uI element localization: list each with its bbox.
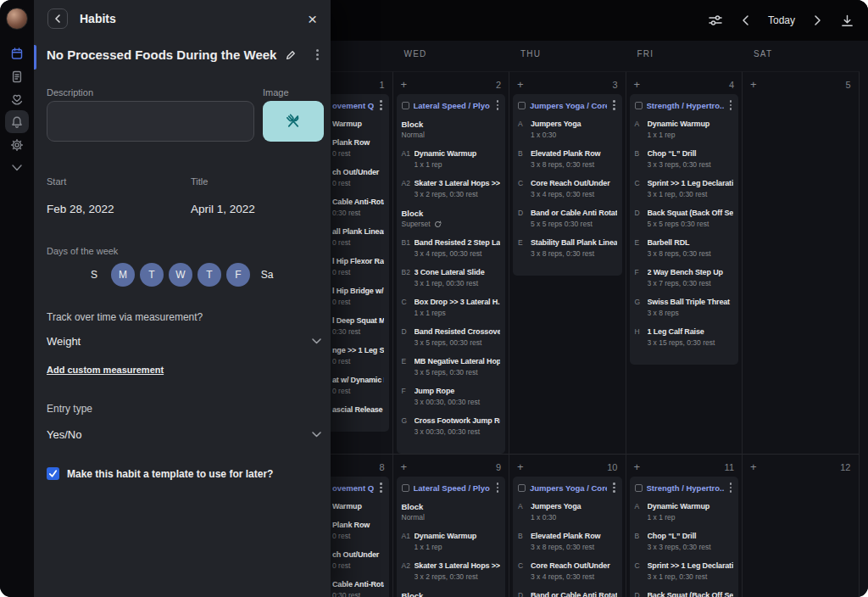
exercise-row[interactable]: EMB Negative Lateral Hop...3 x 5 reps, 0…: [402, 356, 501, 378]
workout-checkbox[interactable]: [635, 484, 643, 492]
prev-week-icon[interactable]: [742, 14, 749, 26]
day-toggle-4-t[interactable]: T: [198, 263, 221, 287]
workout-card[interactable]: Strength / Hypertro...ADynamic Warmup1 x…: [630, 94, 739, 365]
workout-title[interactable]: Lateral Speed / Plyo: [414, 483, 491, 493]
exercise-row[interactable]: ascial Release C...: [332, 405, 384, 416]
day-toggle-3-w[interactable]: W: [169, 263, 192, 287]
gear-icon[interactable]: [5, 133, 29, 156]
workout-card[interactable]: Lateral Speed / PlyoBlockNormalA1Dynamic…: [397, 477, 506, 597]
today-button[interactable]: Today: [768, 14, 795, 26]
workout-title[interactable]: Jumpers Yoga / Core: [530, 483, 607, 493]
card-menu-icon[interactable]: [611, 100, 617, 110]
description-input[interactable]: [47, 101, 254, 142]
add-workout-button[interactable]: +: [750, 461, 757, 472]
exercise-row[interactable]: DBand or Cable Anti Rotati...5 x 5 reps …: [518, 590, 617, 597]
entry-type-select[interactable]: Yes/No: [47, 426, 321, 443]
exercise-row[interactable]: DBand Resisted Crossover...3 x 5 reps, 0…: [402, 326, 501, 349]
workout-checkbox[interactable]: [518, 102, 526, 109]
exercise-row[interactable]: B23 Cone Lateral Slide3 x 1 rep, 00:30 r…: [402, 267, 501, 289]
exercise-row[interactable]: ch Out/Under0 rest: [332, 167, 384, 189]
exercise-row[interactable]: Plank Row0 rest: [332, 520, 384, 542]
edit-pencil-icon[interactable]: [285, 49, 297, 61]
exercise-row[interactable]: FJump Rope3 x 00:30, 00:30 rest: [402, 386, 501, 408]
day-toggle-1-m[interactable]: M: [111, 263, 135, 287]
avatar[interactable]: [6, 8, 28, 30]
card-menu-icon[interactable]: [495, 483, 501, 493]
exercise-row[interactable]: Cable Anti-Rotati...0:30 rest: [332, 579, 384, 597]
day-toggle-0-s[interactable]: S: [82, 263, 106, 287]
close-icon[interactable]: ×: [308, 11, 317, 27]
template-checkbox[interactable]: [47, 467, 59, 480]
template-checkbox-row[interactable]: Make this habit a template to use for la…: [47, 467, 273, 480]
workout-card[interactable]: Jumpers Yoga / CoreAJumpers Yoga1 x 0:30…: [513, 94, 622, 276]
exercise-row[interactable]: EStability Ball Plank Linear ...3 x 8 re…: [518, 237, 617, 259]
exercise-row[interactable]: all Plank Linear ...0 rest: [332, 226, 384, 248]
habit-image-box[interactable]: [263, 101, 324, 142]
exercise-row[interactable]: BElevated Plank Row3 x 8 reps, 0:30 rest: [518, 531, 617, 553]
exercise-row[interactable]: CCore Reach Out/Under3 x 4 reps, 0:30 re…: [518, 178, 617, 200]
exercise-row[interactable]: DBack Squat (Back Off Set)5 x 5 reps 0:3…: [635, 208, 734, 230]
workout-title[interactable]: Strength / Hypertro...: [647, 483, 724, 493]
measurement-select[interactable]: Weight: [47, 332, 321, 349]
date-cell-fri[interactable]: +4Strength / Hypertro...ADynamic Warmup1…: [626, 71, 743, 454]
exercise-row[interactable]: ch Out/Under0 rest: [332, 550, 384, 572]
exercise-row[interactable]: A1Dynamic Warmup1 x 1 rep: [402, 531, 501, 553]
exercise-row[interactable]: CCore Reach Out/Under3 x 4 reps, 0:30 re…: [518, 561, 617, 583]
download-icon[interactable]: [840, 14, 854, 28]
exercise-row[interactable]: Warmup: [332, 119, 384, 130]
workout-card[interactable]: Lateral Speed / PlyoBlockNormalA1Dynamic…: [397, 94, 506, 454]
card-menu-icon[interactable]: [611, 483, 617, 493]
exercise-row[interactable]: Plank Row0 rest: [332, 137, 384, 159]
day-toggle-2-t[interactable]: T: [140, 263, 164, 287]
card-menu-icon[interactable]: [378, 100, 384, 110]
exercise-row[interactable]: DBack Squat (Back Off Set)5 x 5 reps 0:3…: [635, 590, 734, 597]
exercise-row[interactable]: Cable Anti-Rotati...0:30 rest: [332, 197, 384, 219]
exercise-row[interactable]: AJumpers Yoga1 x 0:30: [518, 119, 617, 141]
workout-title[interactable]: Jumpers Yoga / Core: [530, 101, 607, 110]
heart-hands-icon[interactable]: [5, 87, 29, 110]
end-date-value[interactable]: April 1, 2022: [191, 203, 255, 215]
document-icon[interactable]: [5, 64, 29, 87]
add-workout-button[interactable]: +: [750, 79, 757, 90]
day-toggle-5-f[interactable]: F: [226, 263, 250, 287]
workout-checkbox[interactable]: [518, 484, 526, 492]
exercise-row[interactable]: B1Band Resisted 2 Step Late...3 x 4 reps…: [402, 237, 501, 259]
exercise-row[interactable]: F2 Way Bench Step Up3 x 7 reps, 0:30 res…: [635, 267, 734, 289]
calendar-icon[interactable]: [5, 42, 29, 64]
exercise-row[interactable]: DBand or Cable Anti Rotati...5 x 5 reps …: [518, 208, 617, 230]
exercise-row[interactable]: H1 Leg Calf Raise3 x 15 reps, 0:30 rest: [635, 326, 734, 349]
card-menu-icon[interactable]: [495, 100, 501, 110]
date-cell-sat[interactable]: +12: [743, 454, 860, 597]
add-workout-button[interactable]: +: [401, 461, 408, 472]
date-cell-thu[interactable]: +3Jumpers Yoga / CoreAJumpers Yoga1 x 0:…: [509, 71, 626, 454]
date-cell-wed[interactable]: +2Lateral Speed / PlyoBlockNormalA1Dynam…: [393, 71, 510, 454]
exercise-row[interactable]: at w/ Dynamic P...0 rest: [332, 375, 384, 397]
workout-checkbox[interactable]: [402, 102, 409, 109]
add-workout-button[interactable]: +: [517, 461, 524, 472]
exercise-row[interactable]: Warmup: [332, 501, 384, 512]
exercise-row[interactable]: nge >> 1 Leg St...0 rest: [332, 345, 384, 367]
exercise-row[interactable]: CSprint >> 1 Leg Declarations3 x 1 rep, …: [635, 178, 734, 200]
exercise-row[interactable]: A2Skater 3 Lateral Hops >> ...3 x 2 reps…: [402, 178, 501, 200]
add-custom-measurement-link[interactable]: Add custom measurement: [47, 365, 164, 375]
card-menu-icon[interactable]: [728, 100, 734, 110]
add-workout-button[interactable]: +: [634, 461, 641, 472]
date-cell-fri[interactable]: +11Strength / Hypertro...ADynamic Warmup…: [626, 454, 743, 597]
date-cell-wed[interactable]: +9Lateral Speed / PlyoBlockNormalA1Dynam…: [393, 454, 510, 597]
add-workout-button[interactable]: +: [517, 79, 524, 90]
exercise-row[interactable]: CBox Drop >> 3 Lateral H...1 x 1 reps: [402, 297, 501, 319]
exercise-row[interactable]: BChop “L” Drill3 x 3 reps, 0:30 rest: [635, 148, 734, 170]
exercise-row[interactable]: BElevated Plank Row3 x 8 reps, 0:30 rest: [518, 148, 617, 170]
date-cell-thu[interactable]: +10Jumpers Yoga / CoreAJumpers Yoga1 x 0…: [509, 454, 626, 597]
exercise-row[interactable]: AJumpers Yoga1 x 0:30: [518, 501, 617, 523]
exercise-row[interactable]: ADynamic Warmup1 x 1 rep: [635, 119, 734, 141]
exercise-row[interactable]: l Hip Flexor Rais...0 rest: [332, 256, 384, 278]
exercise-row[interactable]: A2Skater 3 Lateral Hops >> ...3 x 2 reps…: [402, 561, 501, 583]
workout-card[interactable]: Jumpers Yoga / CoreAJumpers Yoga1 x 0:30…: [513, 477, 622, 597]
start-date-value[interactable]: Feb 28, 2022: [47, 203, 114, 215]
card-menu-icon[interactable]: [728, 483, 734, 493]
next-week-icon[interactable]: [814, 14, 821, 26]
chevron-down-icon[interactable]: [5, 156, 29, 179]
card-menu-icon[interactable]: [378, 483, 384, 493]
add-workout-button[interactable]: +: [634, 79, 641, 90]
